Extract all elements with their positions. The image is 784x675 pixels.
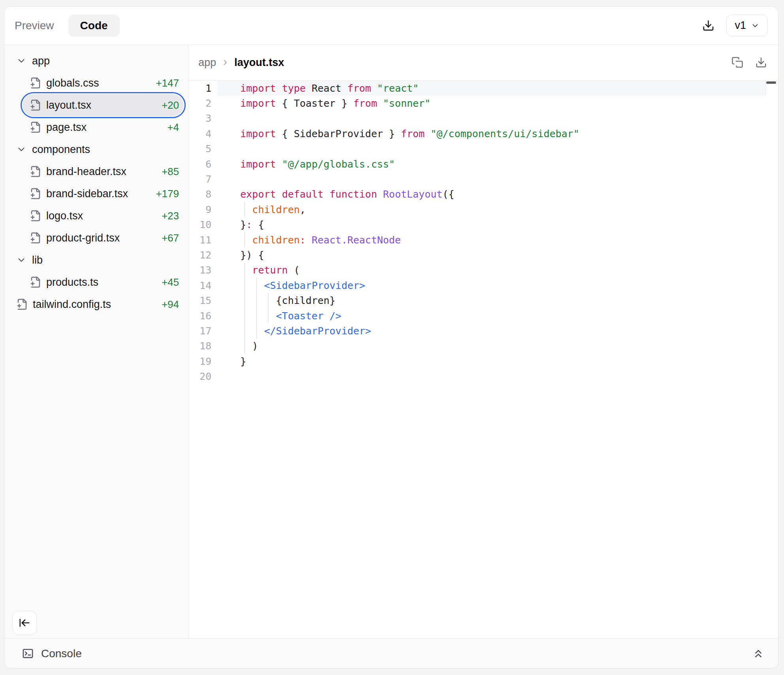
diff-added-count: +45 — [162, 276, 184, 288]
code-line-18: 18 ) — [189, 339, 778, 354]
line-number: 5 — [189, 141, 218, 156]
tree-file-brand-sidebar.tsx[interactable]: brand-sidebar.tsx+179 — [23, 183, 184, 205]
code-line-14: 14 <SidebarProvider> — [189, 278, 778, 293]
tree-file-products.ts[interactable]: products.ts+45 — [23, 271, 184, 293]
line-content — [218, 172, 766, 187]
line-number: 3 — [189, 111, 218, 126]
diff-added-count: +20 — [162, 99, 184, 111]
version-selector[interactable]: v1 — [726, 15, 768, 36]
tree-folder-app[interactable]: app — [16, 50, 184, 72]
file-name: lib — [32, 254, 184, 266]
code-line-20: 20 — [189, 369, 778, 384]
console-bar[interactable]: Console — [4, 638, 778, 668]
diff-added-count: +4 — [167, 121, 184, 134]
copy-code-button[interactable] — [731, 57, 743, 68]
breadcrumb-file: layout.tsx — [234, 57, 284, 69]
code-line-19: 19} — [189, 354, 778, 369]
tree-file-logo.tsx[interactable]: logo.tsx+23 — [23, 205, 184, 227]
tree-file-tailwind.config.ts[interactable]: tailwind.config.ts+94 — [16, 293, 184, 315]
code-line-17: 17 </SidebarProvider> — [189, 323, 778, 338]
line-content — [218, 369, 766, 384]
line-number: 9 — [189, 202, 218, 217]
file-name: layout.tsx — [46, 99, 162, 111]
line-number: 19 — [189, 354, 218, 369]
chevron-right-icon — [221, 58, 230, 67]
tree-folder-lib[interactable]: lib — [16, 249, 184, 271]
line-number: 16 — [189, 308, 218, 323]
line-content: children, — [218, 202, 766, 217]
expand-console-button[interactable] — [752, 647, 765, 660]
line-content: </SidebarProvider> — [218, 323, 766, 338]
code-workspace-panel: Preview Code v1 appglobals.css+147layout… — [4, 6, 778, 669]
console-toggle: Console — [22, 647, 82, 660]
download-file-button[interactable] — [755, 57, 767, 68]
line-content: children: React.ReactNode — [218, 232, 766, 247]
line-content: }) { — [218, 247, 766, 262]
tree-file-brand-header.tsx[interactable]: brand-header.tsx+85 — [23, 160, 184, 183]
tree-file-layout.tsx[interactable]: layout.tsx+20 — [23, 94, 184, 116]
line-number: 18 — [189, 339, 218, 354]
line-number: 12 — [189, 247, 218, 262]
line-number: 6 — [189, 156, 218, 172]
code-line-15: 15 {children} — [189, 293, 778, 308]
tree-folder-components[interactable]: components — [16, 138, 184, 160]
tab-preview[interactable]: Preview — [15, 19, 54, 32]
file-plus-icon — [16, 298, 28, 310]
code-line-8: 8export default function RootLayout({ — [189, 187, 778, 202]
line-content: <Toaster /> — [218, 308, 766, 323]
editor-actions — [731, 57, 767, 68]
line-content: import { SidebarProvider } from "@/compo… — [218, 126, 766, 141]
file-name: products.ts — [46, 276, 162, 288]
file-plus-icon — [30, 121, 41, 133]
file-plus-icon — [30, 232, 41, 244]
line-content: ) — [218, 339, 766, 354]
line-content: }: { — [218, 217, 766, 232]
code-view: 1import type React from "react"2import {… — [189, 81, 778, 638]
view-tabs: Preview Code — [15, 15, 120, 37]
version-label: v1 — [735, 19, 746, 32]
toolbar-actions: v1 — [702, 15, 768, 36]
tab-code[interactable]: Code — [68, 15, 120, 37]
tree-file-page.tsx[interactable]: page.tsx+4 — [23, 116, 184, 138]
chevron-down-icon — [16, 56, 26, 66]
line-number: 15 — [189, 293, 218, 308]
code-line-2: 2import { Toaster } from "sonner" — [189, 96, 778, 111]
line-content: } — [218, 354, 766, 369]
collapse-sidebar-button[interactable] — [12, 611, 37, 635]
code-line-16: 16 <Toaster /> — [189, 308, 778, 323]
indent-guide — [268, 308, 269, 323]
download-button[interactable] — [702, 19, 714, 32]
line-number: 20 — [189, 369, 218, 384]
diff-added-count: +85 — [162, 166, 184, 178]
indent-guide — [244, 232, 245, 247]
indent-guide — [244, 293, 245, 308]
indent-guide — [244, 323, 245, 338]
terminal-icon — [22, 647, 34, 660]
indent-guide — [256, 308, 257, 323]
file-plus-icon — [30, 99, 41, 111]
line-number: 8 — [189, 187, 218, 202]
file-plus-icon — [30, 276, 41, 288]
code-line-10: 10}: { — [189, 217, 778, 232]
top-toolbar: Preview Code v1 — [4, 7, 778, 45]
diff-added-count: +147 — [156, 77, 184, 89]
tree-file-globals.css[interactable]: globals.css+147 — [23, 72, 184, 94]
code-editor: app layout.tsx 1import type R — [189, 45, 778, 638]
tree-file-product-grid.tsx[interactable]: product-grid.tsx+67 — [23, 227, 184, 249]
file-name: logo.tsx — [46, 210, 162, 222]
indent-guide — [244, 278, 245, 293]
indent-guide — [256, 293, 257, 308]
breadcrumb: app layout.tsx — [198, 57, 284, 69]
scrollbar-thumb[interactable] — [766, 81, 776, 84]
line-content — [218, 111, 766, 126]
diff-added-count: +179 — [156, 188, 184, 200]
code-line-1: 1import type React from "react" — [189, 81, 778, 96]
code-line-7: 7 — [189, 172, 778, 187]
line-number: 7 — [189, 172, 218, 187]
file-name: brand-sidebar.tsx — [46, 188, 156, 200]
file-plus-icon — [30, 210, 41, 222]
line-number: 17 — [189, 323, 218, 338]
diff-added-count: +94 — [162, 298, 184, 311]
file-name: brand-header.tsx — [46, 166, 162, 178]
line-number: 10 — [189, 217, 218, 232]
